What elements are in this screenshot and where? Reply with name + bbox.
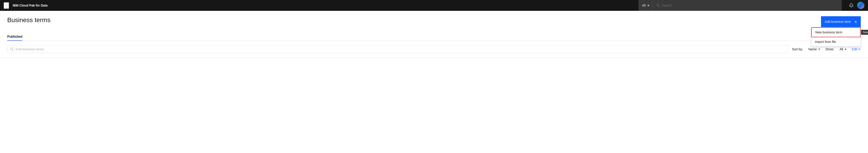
tab-published[interactable]: Published: [7, 33, 22, 41]
import-from-file-label: Import from file: [815, 40, 836, 44]
new-business-term-label: New business term: [815, 31, 842, 34]
pencil-icon: ✏: [858, 47, 861, 51]
svg-rect-2: [4, 6, 8, 6]
add-business-term-label: Add business term: [825, 20, 851, 24]
new-business-term-item[interactable]: New business term New business term: [811, 27, 861, 37]
brand-name: Cloud Pak for Data: [20, 4, 48, 7]
svg-point-5: [10, 48, 13, 50]
sort-by-dropdown[interactable]: Name ▾: [807, 47, 822, 51]
sort-show-section: Sort by: Name ▾ Show: All ▾ Edit ✏: [792, 47, 861, 51]
find-business-terms-input[interactable]: [16, 47, 785, 51]
svg-point-3: [657, 4, 659, 6]
chevron-up-icon: ∧: [855, 20, 857, 24]
show-value: All: [840, 47, 843, 51]
navbar-icons: [847, 1, 864, 9]
show-label: Show:: [825, 47, 834, 51]
tabs: Published: [7, 33, 861, 41]
svg-line-4: [659, 6, 660, 7]
add-term-dropdown: New business term New business term Impo…: [811, 27, 861, 46]
brand-ibm: IBM: [13, 4, 20, 7]
edit-label: Edit: [852, 47, 857, 51]
svg-line-6: [12, 50, 13, 50]
svg-rect-1: [4, 5, 8, 5]
page-title: Business terms: [7, 16, 51, 24]
find-search-icon: [10, 47, 14, 51]
search-icon: [656, 4, 660, 7]
show-dropdown[interactable]: All ▾: [838, 47, 848, 51]
navbar: IBM Cloud Pak for Data All ▾: [0, 0, 868, 11]
chevron-down-icon: ▾: [648, 4, 649, 7]
hamburger-menu-button[interactable]: [4, 2, 9, 9]
svg-rect-0: [4, 3, 8, 4]
search-filter-label: All: [642, 4, 646, 7]
find-input-wrapper: [7, 45, 788, 53]
search-input[interactable]: [662, 4, 838, 7]
notification-button[interactable]: [847, 1, 855, 9]
notification-icon: [849, 3, 854, 8]
avatar[interactable]: [857, 2, 864, 9]
tab-published-label: Published: [7, 35, 22, 38]
main-content: Business terms Add business term ∧ New b…: [0, 11, 868, 153]
search-filter-dropdown[interactable]: All ▾: [639, 0, 653, 11]
global-search-bar: All ▾: [639, 0, 842, 11]
filter-bar: Sort by: Name ▾ Show: All ▾ Edit ✏: [0, 41, 868, 58]
import-from-file-item[interactable]: Import from file: [811, 37, 861, 46]
tabs-container: Published: [0, 27, 868, 41]
sort-by-value: Name: [808, 47, 817, 51]
search-input-wrapper: [653, 4, 842, 7]
show-chevron-down-icon: ▾: [845, 48, 846, 51]
add-business-term-button[interactable]: Add business term ∧: [821, 16, 861, 27]
sort-chevron-down-icon: ▾: [818, 48, 820, 51]
page-header: Business terms Add business term ∧ New b…: [0, 11, 868, 27]
brand-logo: IBM Cloud Pak for Data: [13, 4, 48, 7]
sort-by-label: Sort by:: [792, 47, 803, 51]
edit-button[interactable]: Edit ✏: [852, 47, 861, 51]
add-business-term-container: Add business term ∧ New business term Ne…: [821, 16, 861, 27]
